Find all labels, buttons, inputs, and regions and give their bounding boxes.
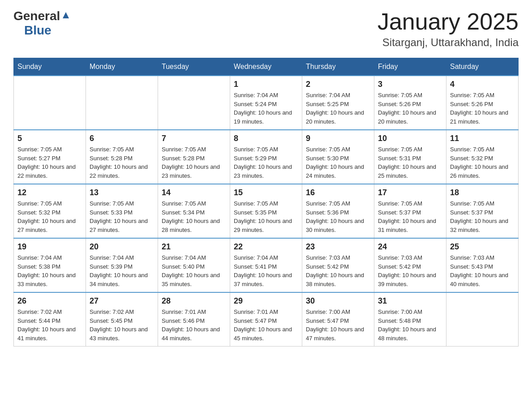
day-info: Sunrise: 7:05 AMSunset: 5:29 PMDaylight:…: [234, 145, 298, 180]
calendar-day-cell: 27Sunrise: 7:02 AMSunset: 5:45 PMDayligh…: [86, 292, 158, 347]
calendar-day-cell: 16Sunrise: 7:05 AMSunset: 5:36 PMDayligh…: [302, 184, 374, 238]
day-number: 13: [90, 188, 154, 197]
calendar-day-cell: 10Sunrise: 7:05 AMSunset: 5:31 PMDayligh…: [374, 130, 446, 184]
day-info: Sunrise: 7:05 AMSunset: 5:30 PMDaylight:…: [306, 145, 370, 180]
day-number: 14: [162, 188, 226, 197]
day-number: 25: [450, 242, 515, 252]
calendar-title: January 2025: [378, 9, 519, 34]
calendar-day-header: Tuesday: [158, 58, 230, 76]
logo-general-text: General: [13, 9, 60, 23]
day-info: Sunrise: 7:00 AMSunset: 5:48 PMDaylight:…: [378, 308, 442, 342]
calendar-day-cell: 26Sunrise: 7:02 AMSunset: 5:44 PMDayligh…: [14, 292, 86, 347]
day-info: Sunrise: 7:00 AMSunset: 5:47 PMDaylight:…: [306, 308, 370, 342]
calendar-day-cell: 13Sunrise: 7:05 AMSunset: 5:33 PMDayligh…: [86, 184, 158, 238]
calendar-day-cell: 25Sunrise: 7:03 AMSunset: 5:43 PMDayligh…: [446, 238, 519, 292]
calendar-day-cell: 12Sunrise: 7:05 AMSunset: 5:32 PMDayligh…: [14, 184, 86, 238]
calendar-week-row: 1Sunrise: 7:04 AMSunset: 5:24 PMDaylight…: [14, 76, 519, 130]
day-number: 23: [306, 242, 370, 252]
day-info: Sunrise: 7:05 AMSunset: 5:34 PMDaylight:…: [162, 199, 226, 234]
day-number: 5: [17, 134, 82, 143]
day-number: 2: [306, 80, 370, 89]
day-info: Sunrise: 7:05 AMSunset: 5:26 PMDaylight:…: [378, 91, 442, 126]
day-number: 15: [234, 188, 298, 197]
calendar-day-cell: 21Sunrise: 7:04 AMSunset: 5:40 PMDayligh…: [158, 238, 230, 292]
day-number: 30: [306, 296, 370, 306]
calendar-week-row: 26Sunrise: 7:02 AMSunset: 5:44 PMDayligh…: [14, 292, 519, 347]
day-info: Sunrise: 7:04 AMSunset: 5:40 PMDaylight:…: [162, 253, 226, 288]
calendar-day-cell: 1Sunrise: 7:04 AMSunset: 5:24 PMDaylight…: [230, 76, 302, 130]
calendar-day-header: Friday: [374, 58, 446, 76]
day-number: 4: [450, 80, 515, 89]
calendar-day-cell: 28Sunrise: 7:01 AMSunset: 5:46 PMDayligh…: [158, 292, 230, 347]
calendar-day-cell: 15Sunrise: 7:05 AMSunset: 5:35 PMDayligh…: [230, 184, 302, 238]
day-info: Sunrise: 7:01 AMSunset: 5:47 PMDaylight:…: [234, 308, 298, 342]
logo-triangle-icon: [61, 10, 71, 20]
day-info: Sunrise: 7:05 AMSunset: 5:37 PMDaylight:…: [450, 199, 515, 234]
day-info: Sunrise: 7:04 AMSunset: 5:24 PMDaylight:…: [234, 91, 298, 126]
calendar-day-cell: 19Sunrise: 7:04 AMSunset: 5:38 PMDayligh…: [14, 238, 86, 292]
day-info: Sunrise: 7:04 AMSunset: 5:41 PMDaylight:…: [234, 253, 298, 288]
calendar-day-header: Wednesday: [230, 58, 302, 76]
svg-marker-0: [63, 12, 69, 18]
day-info: Sunrise: 7:04 AMSunset: 5:39 PMDaylight:…: [90, 253, 154, 288]
calendar-day-cell: 4Sunrise: 7:05 AMSunset: 5:26 PMDaylight…: [446, 76, 519, 130]
day-info: Sunrise: 7:05 AMSunset: 5:26 PMDaylight:…: [450, 91, 515, 126]
day-number: 21: [162, 242, 226, 252]
day-info: Sunrise: 7:03 AMSunset: 5:42 PMDaylight:…: [378, 253, 442, 288]
day-info: Sunrise: 7:05 AMSunset: 5:28 PMDaylight:…: [90, 145, 154, 180]
day-info: Sunrise: 7:04 AMSunset: 5:25 PMDaylight:…: [306, 91, 370, 126]
day-number: 10: [378, 134, 442, 143]
calendar-day-header: Sunday: [14, 58, 86, 76]
day-number: 31: [378, 296, 442, 306]
calendar-day-header: Thursday: [302, 58, 374, 76]
logo-blue-text: Blue: [24, 23, 51, 38]
day-info: Sunrise: 7:05 AMSunset: 5:32 PMDaylight:…: [450, 145, 515, 180]
calendar-day-cell: [446, 292, 519, 347]
day-info: Sunrise: 7:05 AMSunset: 5:35 PMDaylight:…: [234, 199, 298, 234]
calendar-day-cell: 17Sunrise: 7:05 AMSunset: 5:37 PMDayligh…: [374, 184, 446, 238]
day-info: Sunrise: 7:05 AMSunset: 5:27 PMDaylight:…: [17, 145, 82, 180]
day-number: 16: [306, 188, 370, 197]
logo: General Blue: [13, 9, 71, 38]
day-number: 6: [90, 134, 154, 143]
day-number: 9: [306, 134, 370, 143]
day-info: Sunrise: 7:03 AMSunset: 5:43 PMDaylight:…: [450, 253, 515, 288]
calendar-day-cell: 18Sunrise: 7:05 AMSunset: 5:37 PMDayligh…: [446, 184, 519, 238]
calendar-week-row: 12Sunrise: 7:05 AMSunset: 5:32 PMDayligh…: [14, 184, 519, 238]
calendar-day-cell: 3Sunrise: 7:05 AMSunset: 5:26 PMDaylight…: [374, 76, 446, 130]
calendar-day-cell: 7Sunrise: 7:05 AMSunset: 5:28 PMDaylight…: [158, 130, 230, 184]
page-header: General Blue January 2025 Sitarganj, Utt…: [13, 9, 519, 49]
day-number: 29: [234, 296, 298, 306]
calendar-week-row: 5Sunrise: 7:05 AMSunset: 5:27 PMDaylight…: [14, 130, 519, 184]
calendar-day-cell: 31Sunrise: 7:00 AMSunset: 5:48 PMDayligh…: [374, 292, 446, 347]
calendar-day-cell: 5Sunrise: 7:05 AMSunset: 5:27 PMDaylight…: [14, 130, 86, 184]
day-number: 3: [378, 80, 442, 89]
calendar-day-header: Monday: [86, 58, 158, 76]
day-number: 11: [450, 134, 515, 143]
calendar-header-row: SundayMondayTuesdayWednesdayThursdayFrid…: [14, 58, 519, 76]
calendar-day-cell: 8Sunrise: 7:05 AMSunset: 5:29 PMDaylight…: [230, 130, 302, 184]
calendar-day-cell: [158, 76, 230, 130]
calendar-day-cell: 6Sunrise: 7:05 AMSunset: 5:28 PMDaylight…: [86, 130, 158, 184]
day-number: 26: [17, 296, 82, 306]
calendar-day-cell: 20Sunrise: 7:04 AMSunset: 5:39 PMDayligh…: [86, 238, 158, 292]
day-number: 22: [234, 242, 298, 252]
calendar-day-cell: 22Sunrise: 7:04 AMSunset: 5:41 PMDayligh…: [230, 238, 302, 292]
day-info: Sunrise: 7:05 AMSunset: 5:31 PMDaylight:…: [378, 145, 442, 180]
day-number: 1: [234, 80, 298, 89]
day-number: 20: [90, 242, 154, 252]
day-number: 7: [162, 134, 226, 143]
calendar-day-cell: 11Sunrise: 7:05 AMSunset: 5:32 PMDayligh…: [446, 130, 519, 184]
day-number: 12: [17, 188, 82, 197]
day-number: 18: [450, 188, 515, 197]
day-info: Sunrise: 7:02 AMSunset: 5:45 PMDaylight:…: [90, 308, 154, 342]
calendar-day-cell: [86, 76, 158, 130]
calendar-week-row: 19Sunrise: 7:04 AMSunset: 5:38 PMDayligh…: [14, 238, 519, 292]
calendar-day-cell: 9Sunrise: 7:05 AMSunset: 5:30 PMDaylight…: [302, 130, 374, 184]
calendar-day-cell: 23Sunrise: 7:03 AMSunset: 5:42 PMDayligh…: [302, 238, 374, 292]
calendar-day-cell: [14, 76, 86, 130]
calendar-day-cell: 2Sunrise: 7:04 AMSunset: 5:25 PMDaylight…: [302, 76, 374, 130]
day-number: 28: [162, 296, 226, 306]
day-number: 8: [234, 134, 298, 143]
title-block: January 2025 Sitarganj, Uttarakhand, Ind…: [378, 9, 519, 49]
